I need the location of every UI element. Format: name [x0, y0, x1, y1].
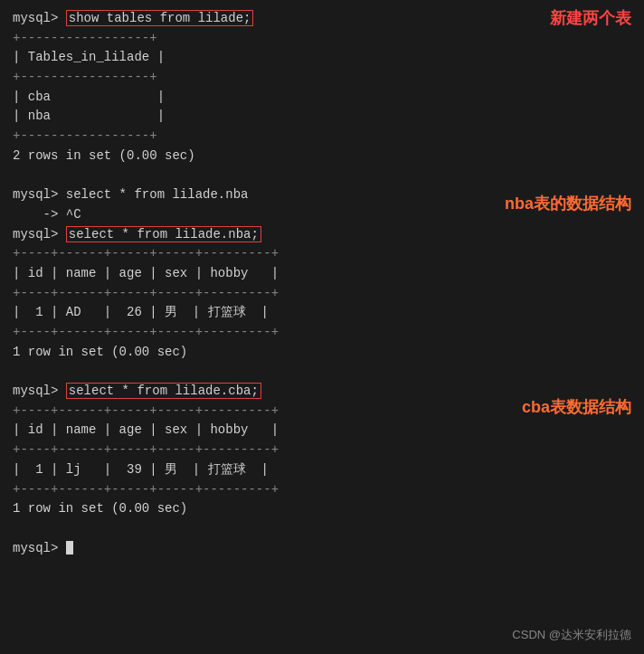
line-5: | cba |	[13, 88, 631, 108]
line-13: +----+------+-----+-----+---------+	[13, 244, 631, 264]
line-4: +-----------------+	[13, 68, 631, 88]
terminal: mysql> show tables from lilade; +-------…	[0, 0, 644, 654]
line-6: | nba |	[13, 107, 631, 127]
cursor	[66, 541, 73, 554]
prompt-3: mysql>	[13, 227, 66, 242]
watermark: CSDN @达米安利拉德	[512, 627, 631, 643]
line-18: 1 row in set (0.00 sec)	[13, 343, 631, 363]
line-25: 1 row in set (0.00 sec)	[13, 499, 631, 519]
line-15: +----+------+-----+-----+---------+	[13, 284, 631, 304]
blank-2	[13, 362, 631, 382]
prompt-2: mysql>	[13, 187, 66, 202]
line-21: | id | name | age | sex | hobby |	[13, 421, 631, 441]
line-7: +-----------------+	[13, 127, 631, 147]
cmd-2: select * from lilade.nba	[66, 187, 249, 202]
prompt-4: mysql>	[13, 384, 66, 398]
prompt-5: mysql>	[13, 541, 66, 555]
line-26: mysql>	[13, 539, 631, 559]
cmd-3: select * from lilade.nba;	[66, 226, 261, 242]
prompt-1: mysql>	[13, 11, 66, 25]
line-22: +----+------+-----+-----+---------+	[13, 441, 631, 460]
line-1: mysql> show tables from lilade;	[13, 9, 631, 29]
cba-annotation: cba表数据结构	[522, 396, 631, 418]
line-14: | id | name | age | sex | hobby |	[13, 264, 631, 284]
line-24: +----+------+-----+-----+---------+	[13, 480, 631, 500]
nba-annotation: nba表的数据结构	[505, 193, 631, 214]
top-annotation: 新建两个表	[550, 7, 631, 29]
blank-1	[13, 166, 631, 186]
line-3: | Tables_in_lilade |	[13, 48, 631, 68]
blank-3	[13, 519, 631, 539]
line-16: | 1 | AD | 26 | 男 | 打篮球 |	[13, 303, 631, 323]
cmd-1: show tables from lilade;	[66, 10, 254, 26]
line-17: +----+------+-----+-----+---------+	[13, 323, 631, 343]
line-2: +-----------------+	[13, 29, 631, 49]
cmd-4: select * from lilade.cba;	[66, 383, 261, 399]
line-8: 2 rows in set (0.00 sec)	[13, 147, 631, 166]
line-12: mysql> select * from lilade.nba;	[13, 225, 631, 245]
line-23: | 1 | lj | 39 | 男 | 打篮球 |	[13, 460, 631, 480]
